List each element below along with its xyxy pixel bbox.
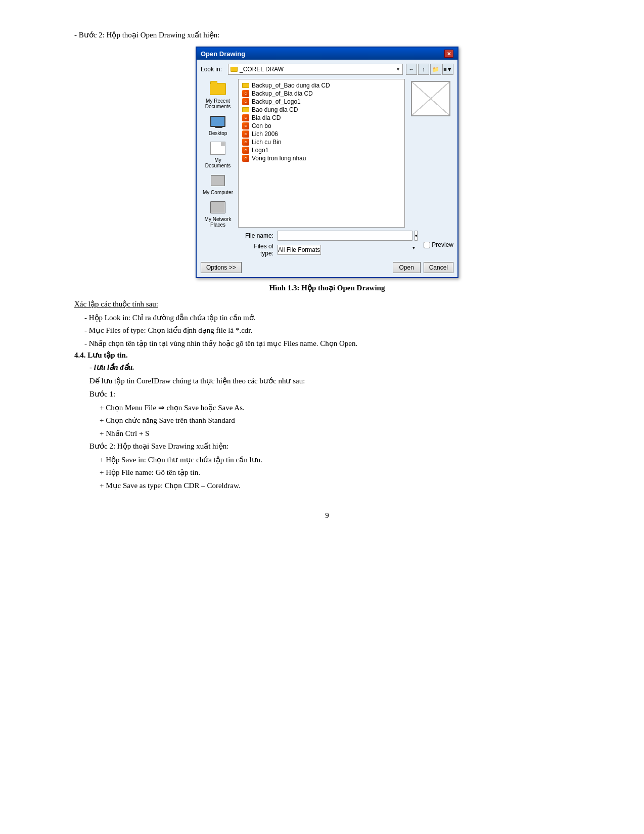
lookin-value: _COREL DRAW [240,66,284,73]
sub-heading-text: lưu lần đầu. [94,363,134,371]
file-name: Bia dia CD [252,114,281,121]
cdr-icon: C [242,90,250,97]
caption-text: Hình 1.3: Hộp thoại Open Drawing [269,284,385,292]
my-documents-icon [209,140,227,156]
preview-checkbox[interactable] [424,242,430,248]
step1-item-3: + Nhấn Ctrl + S [74,428,580,440]
nav-recent-docs-label: My RecentDocuments [205,98,231,109]
nav-desktop-label: Desktop [209,130,227,136]
page-content: - Bước 2: Hộp thoại Open Drawing xuất hi… [74,30,580,520]
view-button[interactable]: ≡▼ [442,64,453,75]
nav-my-documents-label: My Documents [203,157,233,168]
nav-desktop[interactable]: Desktop [203,113,233,136]
bullet-3: - Nhấp chọn tên tập tin tại vùng nhìn th… [74,338,580,349]
filetype-label: Files of type: [239,243,275,257]
list-item[interactable]: C Backup_of_Bia dia CD [241,90,402,98]
bullet-2: - Mục Files of type: Chọn kiểu định dạng… [74,325,580,336]
step2-item-1: + Hộp Save in: Chọn thư mục chứa tập tin… [74,454,580,466]
file-name: Vong tron long nhau [252,155,306,162]
bottom-rows: File name: ▼ Files of type: All File For… [201,231,453,273]
list-item[interactable]: Backup_of_Bao dung dia CD [241,81,402,90]
dialog-main: My RecentDocuments Desktop [201,79,453,228]
list-item[interactable]: C Lich 2006 [241,130,402,138]
list-item[interactable]: C Con bo [241,122,402,130]
section-44-sub: - lưu lần đầu. [74,362,580,373]
file-name: Lich 2006 [252,130,278,138]
cdr-icon: C [242,122,250,129]
desktop-icon [209,113,227,129]
list-item[interactable]: C Bia dia CD [241,114,402,122]
nav-my-computer-label: My Computer [203,190,233,195]
my-computer-icon [209,172,227,189]
step1-item-1: + Chọn Menu File ⇒ chọn Save hoặc Save A… [74,402,580,414]
sidebar-nav: My RecentDocuments Desktop [201,79,235,228]
filename-input[interactable] [278,231,412,241]
nav-network-places[interactable]: My NetworkPlaces [203,199,233,228]
folder-icon [231,67,238,72]
filetype-row: Files of type: All File Formats [239,243,418,257]
list-item[interactable]: Bao dung dia CD [241,106,402,114]
step2-item-2: + Hộp File name: Gõ tên tập tin. [74,467,580,478]
nav-my-computer[interactable]: My Computer [203,172,233,195]
up-folder-button[interactable]: ↑ [418,64,429,75]
file-name: Backup_of_Bao dung dia CD [252,82,330,89]
figure-caption: Hình 1.3: Hộp thoại Open Drawing [74,283,580,292]
xac-lap-text: Xác lập các thuộc tính sau: [74,300,158,308]
dialog-titlebar: Open Drawing ✕ [197,48,457,60]
cdr-icon: C [242,114,250,121]
file-name: Logo1 [252,147,268,154]
file-name: Backup_of_Logo1 [252,98,301,105]
nav-network-label: My NetworkPlaces [205,216,232,228]
file-name: Backup_of_Bia dia CD [252,90,313,97]
list-item[interactable]: C Lich cu Bin [241,138,402,146]
file-list-area[interactable]: Backup_of_Bao dung dia CD C Backup_of_Bi… [238,79,405,228]
preview-box [411,81,450,116]
back-button[interactable]: ← [406,64,417,75]
close-button[interactable]: ✕ [444,50,453,58]
options-button[interactable]: Options >> [201,262,242,273]
file-name: Con bo [252,122,271,129]
xac-lap-heading: Xác lập các thuộc tính sau: [74,298,580,310]
lookin-row: Look in: _COREL DRAW ▼ ← ↑ 📁 ≡▼ [201,64,453,75]
open-drawing-dialog: Open Drawing ✕ Look in: _COREL DRAW ▼ ← … [196,47,458,278]
list-item[interactable]: C Vong tron long nhau [241,154,402,162]
cdr-icon: C [242,130,250,138]
chevron-down-icon: ▼ [396,67,400,72]
list-item[interactable]: C Logo1 [241,146,402,154]
para1: Để lưu tập tin CoreIDraw chúng ta thực h… [74,375,580,387]
buttons-row: Options >> Open Cancel [201,262,453,273]
filename-label: File name: [239,232,275,239]
intro-line: - Bước 2: Hộp thoại Open Drawing xuất hi… [74,30,580,39]
cdr-icon: C [242,155,250,162]
folder-icon [242,106,250,113]
list-item[interactable]: C Backup_of_Logo1 [241,98,402,106]
step1-item-2: + Chọn chức năng Save trên thanh Standar… [74,415,580,426]
file-name: Bao dung dia CD [252,106,298,113]
filename-row: File name: ▼ [239,231,418,241]
bullet-1: - Hộp Look in: Chỉ ra đường dẫn chứa tập… [74,312,580,324]
preview-checkbox-row: Preview [424,241,453,248]
step2-item-3: + Mục Save as type: Chọn CDR – Coreldraw… [74,480,580,492]
open-button[interactable]: Open [393,262,421,273]
nav-my-documents[interactable]: My Documents [203,140,233,168]
filetype-select-wrapper[interactable]: All File Formats [278,245,418,255]
dialog-body: Look in: _COREL DRAW ▼ ← ↑ 📁 ≡▼ [197,60,457,277]
right-buttons: Open Cancel [393,262,453,273]
page-number: 9 [74,511,580,520]
cdr-icon: C [242,98,250,105]
lookin-combo[interactable]: _COREL DRAW ▼ [228,64,403,75]
new-folder-button[interactable]: 📁 [430,64,441,75]
section-44-heading: 4.4. Lưu tập tin. [74,350,580,360]
cdr-icon: C [242,139,250,146]
lookin-label: Look in: [201,66,225,73]
dialog-title: Open Drawing [201,50,245,58]
network-icon [209,199,227,215]
folder-icon [242,82,250,89]
cancel-button[interactable]: Cancel [424,262,453,273]
preview-area [408,79,453,228]
toolbar-icons: ← ↑ 📁 ≡▼ [406,64,453,75]
nav-recent-docs[interactable]: My RecentDocuments [203,81,233,109]
dialog-wrapper: Open Drawing ✕ Look in: _COREL DRAW ▼ ← … [74,47,580,278]
filetype-select[interactable]: All File Formats [278,245,321,255]
buoc1: Bước 1: [74,388,580,400]
